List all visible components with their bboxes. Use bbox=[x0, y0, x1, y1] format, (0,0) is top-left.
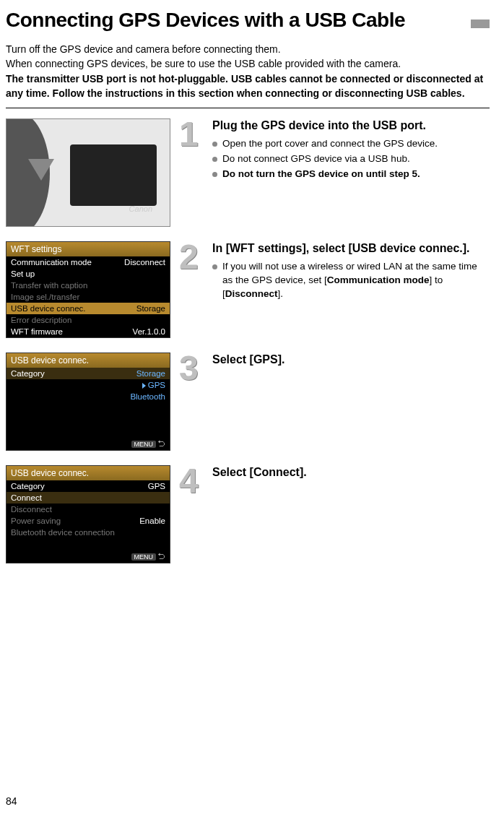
menu-title: USB device connec. bbox=[6, 466, 170, 480]
step-4: USB device connec. CategoryGPS Connect D… bbox=[6, 465, 490, 563]
menu-row: Power savingEnable bbox=[6, 515, 170, 527]
intro-line2: When connecting GPS devices, be sure to … bbox=[6, 56, 490, 71]
step-number-4: 4 bbox=[179, 465, 204, 496]
step-3-heading: Select [GPS]. bbox=[212, 353, 490, 367]
section-tab-marker bbox=[471, 20, 490, 28]
menu-row-selected: USB device connec.Storage bbox=[6, 303, 170, 314]
step-2-bullet: If you will not use a wireless or wired … bbox=[212, 260, 490, 301]
intro-line1: Turn off the GPS device and camera befor… bbox=[6, 42, 490, 56]
step-number-3: 3 bbox=[179, 353, 204, 384]
menu-row: Bluetooth bbox=[6, 391, 170, 402]
camera-photo: Canon bbox=[6, 118, 170, 227]
menu-title: USB device connec. bbox=[6, 353, 170, 368]
menu-row: GPS bbox=[6, 379, 170, 391]
step-2: WFT settings Communication modeDisconnec… bbox=[6, 241, 490, 338]
selection-arrow-icon bbox=[142, 383, 146, 389]
menu-row: Error description bbox=[6, 314, 170, 326]
page-number: 84 bbox=[6, 795, 17, 807]
step-1-bullet: Do not turn the GPS device on until step… bbox=[212, 168, 490, 181]
menu-row-selected: Connect bbox=[6, 492, 170, 503]
step-1-bullet: Do not connect GPS device via a USB hub. bbox=[212, 152, 490, 166]
menu-row-empty bbox=[6, 538, 170, 550]
usb-device-connect-screenshot: USB device connec. CategoryGPS Connect D… bbox=[6, 465, 170, 563]
menu-footer: MENU⮌ bbox=[6, 550, 170, 563]
step-number-1: 1 bbox=[179, 118, 204, 150]
page-title: Connecting GPS Devices with a USB Cable bbox=[6, 9, 405, 32]
intro-text: Turn off the GPS device and camera befor… bbox=[6, 42, 490, 100]
step-1: Canon 1 Plug the GPS device into the USB… bbox=[6, 118, 490, 227]
menu-row: Disconnect bbox=[6, 503, 170, 515]
menu-row: Set up bbox=[6, 268, 170, 280]
menu-row: Transfer with caption bbox=[6, 280, 170, 291]
camera-brand-label: Canon bbox=[129, 204, 152, 213]
menu-footer: MENU⮌ bbox=[6, 437, 170, 450]
step-4-heading: Select [Connect]. bbox=[212, 465, 490, 480]
step-2-heading: In [WFT settings], select [USB device co… bbox=[212, 241, 490, 256]
menu-row: Communication modeDisconnect bbox=[6, 256, 170, 268]
menu-row-empty bbox=[6, 425, 170, 437]
step-1-bullet: Open the port cover and connect the GPS … bbox=[212, 137, 490, 151]
step-number-2: 2 bbox=[179, 241, 204, 272]
menu-row: Category Storage bbox=[6, 368, 170, 379]
section-divider bbox=[6, 108, 490, 108]
menu-row: CategoryGPS bbox=[6, 480, 170, 492]
usb-device-category-screenshot: USB device connec. Category Storage GPS … bbox=[6, 353, 170, 451]
wft-settings-screenshot: WFT settings Communication modeDisconnec… bbox=[6, 241, 170, 338]
step-1-heading: Plug the GPS device into the USB port. bbox=[212, 118, 490, 133]
menu-row: WFT firmwareVer.1.0.0 bbox=[6, 326, 170, 337]
usb-arrow-icon bbox=[28, 159, 54, 181]
menu-row-empty bbox=[6, 414, 170, 425]
menu-title: WFT settings bbox=[6, 242, 170, 256]
menu-row-empty bbox=[6, 402, 170, 414]
intro-warning: The transmitter USB port is not hot-plug… bbox=[6, 72, 490, 101]
menu-row: Bluetooth device connection bbox=[6, 527, 170, 538]
step-3: USB device connec. Category Storage GPS … bbox=[6, 353, 490, 451]
menu-row: Image sel./transfer bbox=[6, 291, 170, 303]
